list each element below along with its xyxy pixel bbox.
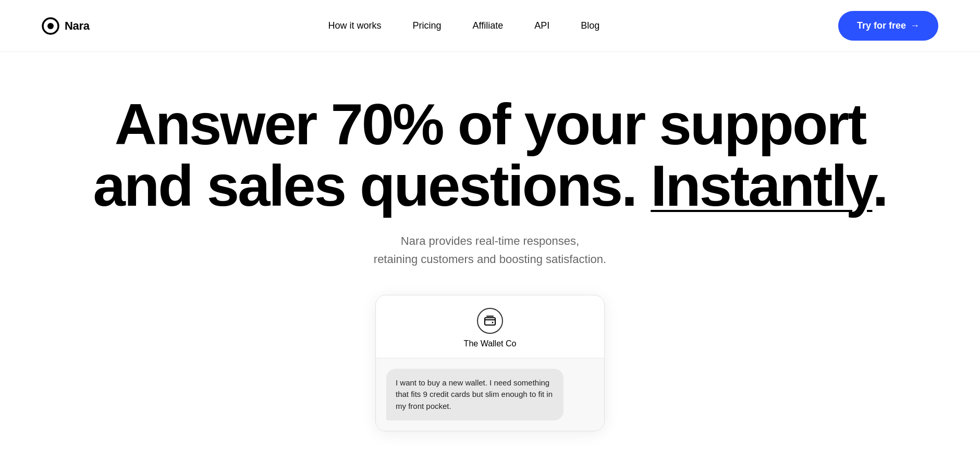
chat-demo-card: The Wallet Co I want to buy a new wallet… [375,295,605,432]
chat-header: The Wallet Co [376,295,604,358]
chat-brand-name: The Wallet Co [464,339,517,348]
nav-pricing[interactable]: Pricing [412,20,441,31]
svg-point-1 [47,23,54,29]
hero-subtitle-line2: retaining customers and boosting satisfa… [374,253,606,266]
nav-blog[interactable]: Blog [581,20,599,31]
hero-section: Answer 70% of your support and sales que… [0,52,980,449]
brand-avatar [477,308,503,334]
hero-title-part2: and sales questions. [93,153,636,218]
logo-text: Nara [65,19,90,33]
navbar: Nara How it works Pricing Affiliate API … [0,0,980,52]
try-free-button[interactable]: Try for free → [838,11,938,41]
nav-links: How it works Pricing Affiliate API Blog [328,20,599,31]
hero-title-instantly: Instantly [651,153,872,218]
nav-affiliate[interactable]: Affiliate [472,20,503,31]
svg-point-3 [492,321,494,323]
chat-bubble-user: I want to buy a new wallet. I need somet… [386,369,564,421]
nav-how-it-works[interactable]: How it works [328,20,381,31]
hero-subtitle-line1: Nara provides real-time responses, [401,234,579,247]
hero-title: Answer 70% of your support and sales que… [93,94,887,216]
nav-api[interactable]: API [534,20,549,31]
chat-messages: I want to buy a new wallet. I need somet… [376,358,604,431]
wallet-icon [484,315,496,327]
hero-title-period: . [872,153,887,218]
hero-title-part1: Answer 70% of your support [115,92,865,157]
logo-icon [42,17,59,35]
svg-rect-2 [485,318,495,325]
arrow-icon: → [910,20,920,31]
hero-subtitle: Nara provides real-time responses, retai… [374,232,606,268]
logo-link[interactable]: Nara [42,17,90,35]
